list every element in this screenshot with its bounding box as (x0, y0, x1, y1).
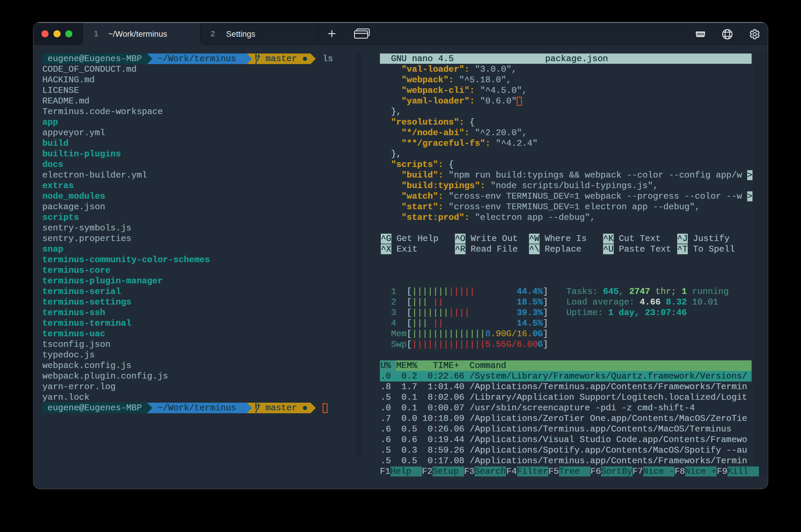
svg-text:IOIOI: IOIOI (697, 33, 704, 36)
